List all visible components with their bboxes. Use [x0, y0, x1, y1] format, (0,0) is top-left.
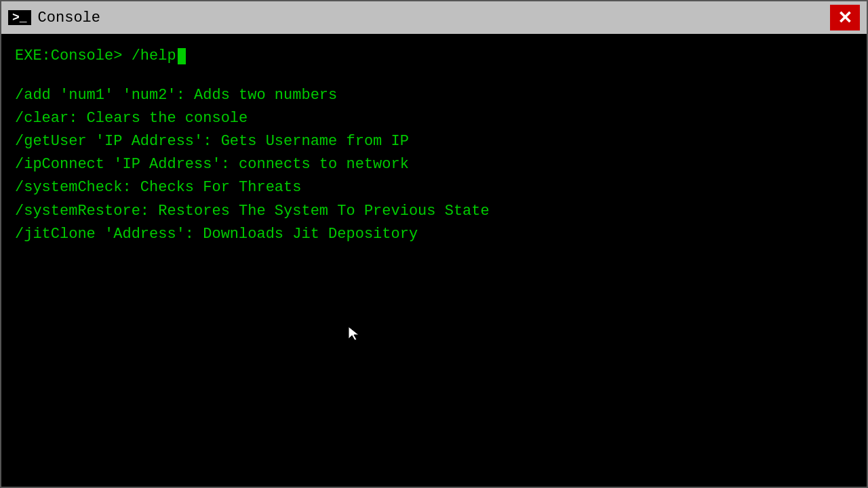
- help-line-getuser: /getUser 'IP Address': Gets Username fro…: [15, 130, 853, 153]
- help-line-add: /add 'num1' 'num2': Adds two numbers: [15, 84, 853, 107]
- help-output: /add 'num1' 'num2': Adds two numbers /cl…: [15, 84, 853, 246]
- title-bar: >_ Console ✕: [1, 1, 867, 34]
- help-line-jitclone: /jitClone 'Address': Downloads Jit Depos…: [15, 223, 853, 246]
- prompt-text: EXE:Console> /help: [15, 45, 176, 68]
- mouse-cursor: [347, 325, 361, 342]
- console-window: >_ Console ✕ EXE:Console> /help /add 'nu…: [0, 0, 868, 488]
- terminal-icon: >_: [8, 10, 31, 25]
- close-button[interactable]: ✕: [830, 5, 860, 30]
- help-line-systemrestore: /systemRestore: Restores The System To P…: [15, 200, 853, 223]
- help-line-systemcheck: /systemCheck: Checks For Threats: [15, 176, 853, 199]
- help-line-ipconnect: /ipConnect 'IP Address': connects to net…: [15, 153, 853, 176]
- prompt-line: EXE:Console> /help: [15, 45, 853, 68]
- cursor: [178, 48, 186, 64]
- console-body[interactable]: EXE:Console> /help /add 'num1' 'num2': A…: [1, 34, 867, 487]
- window-title: Console: [38, 9, 100, 26]
- title-bar-left: >_ Console: [8, 9, 100, 26]
- help-line-clear: /clear: Clears the console: [15, 107, 853, 130]
- svg-marker-0: [349, 327, 359, 340]
